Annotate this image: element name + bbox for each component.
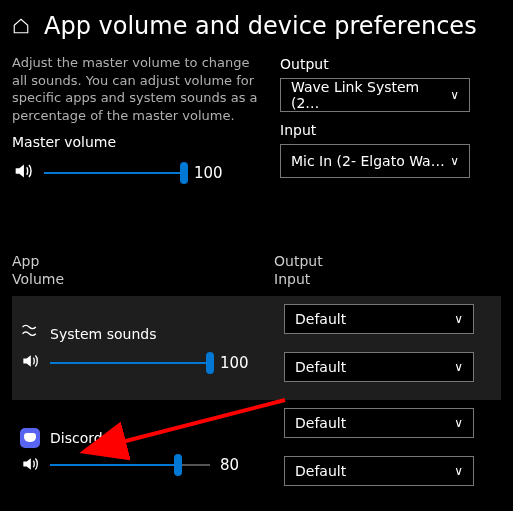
app-volume-value: 80 — [220, 456, 254, 474]
chevron-down-icon: ∨ — [454, 464, 463, 478]
app-input-value: Default — [295, 463, 346, 479]
chevron-down-icon: ∨ — [450, 88, 459, 102]
app-row-system-sounds: System sounds 100 Default ∨ Default ∨ — [12, 296, 501, 400]
app-output-dropdown[interactable]: Default ∨ — [284, 408, 474, 438]
app-volume-value: 100 — [220, 354, 254, 372]
input-label: Input — [280, 122, 501, 138]
input-device-value: Mic In (2- Elgato Wa… — [291, 153, 445, 169]
column-input-label: Input — [274, 270, 323, 288]
speaker-icon[interactable] — [12, 160, 34, 185]
app-volume-slider[interactable] — [50, 455, 210, 475]
output-label: Output — [280, 56, 501, 72]
discord-icon — [20, 428, 40, 448]
column-volume-label: Volume — [12, 270, 274, 288]
app-input-dropdown[interactable]: Default ∨ — [284, 456, 474, 486]
speaker-icon[interactable] — [20, 454, 40, 477]
app-name: Discord — [50, 430, 103, 446]
app-volume-slider[interactable] — [50, 353, 210, 373]
app-output-dropdown[interactable]: Default ∨ — [284, 304, 474, 334]
chevron-down-icon: ∨ — [454, 360, 463, 374]
app-name: System sounds — [50, 326, 156, 342]
output-device-dropdown[interactable]: Wave Link System (2… ∨ — [280, 78, 470, 112]
system-sounds-icon — [20, 322, 40, 345]
chevron-down-icon: ∨ — [454, 312, 463, 326]
page-title: App volume and device preferences — [44, 12, 477, 40]
home-icon[interactable] — [12, 17, 30, 35]
chevron-down-icon: ∨ — [450, 154, 459, 168]
app-input-value: Default — [295, 359, 346, 375]
app-output-value: Default — [295, 415, 346, 431]
column-app-label: App — [12, 252, 274, 270]
master-volume-label: Master volume — [12, 134, 262, 150]
description-text: Adjust the master volume to change all s… — [12, 54, 262, 124]
app-row-discord: Discord 80 Default ∨ Default ∨ — [12, 400, 501, 504]
chevron-down-icon: ∨ — [454, 416, 463, 430]
column-output-label: Output — [274, 252, 323, 270]
master-volume-value: 100 — [194, 164, 228, 182]
input-device-dropdown[interactable]: Mic In (2- Elgato Wa… ∨ — [280, 144, 470, 178]
app-input-dropdown[interactable]: Default ∨ — [284, 352, 474, 382]
app-output-value: Default — [295, 311, 346, 327]
master-volume-slider[interactable] — [44, 163, 184, 183]
speaker-icon[interactable] — [20, 351, 40, 374]
output-device-value: Wave Link System (2… — [291, 79, 450, 111]
